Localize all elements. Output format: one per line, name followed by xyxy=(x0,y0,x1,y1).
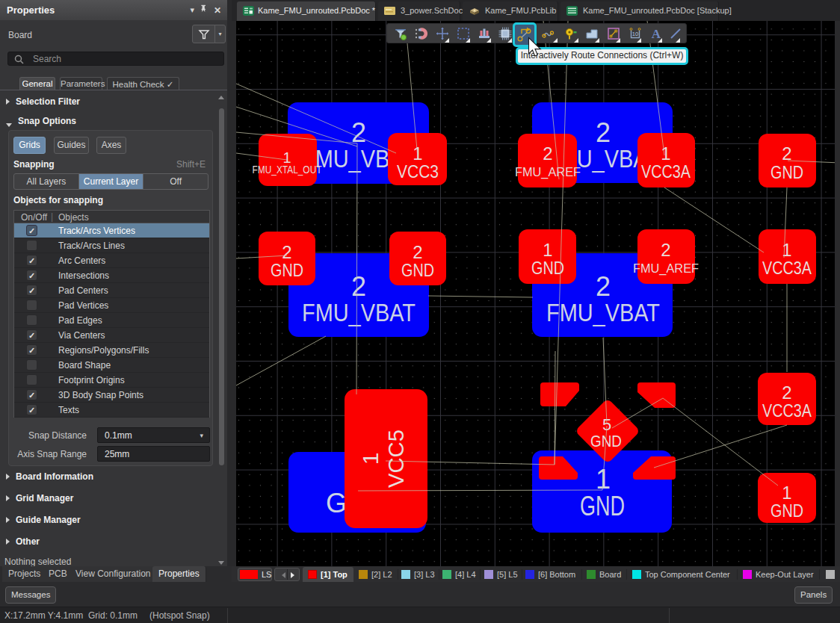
svg-text:1: 1 xyxy=(358,453,383,465)
svg-text:FMU_AREF: FMU_AREF xyxy=(633,261,699,276)
svg-text:FMU_VBAT: FMU_VBAT xyxy=(546,298,660,326)
svg-text:GND: GND xyxy=(271,260,303,280)
svg-text:GND: GND xyxy=(580,491,625,521)
svg-text:1: 1 xyxy=(782,483,791,503)
svg-text:2: 2 xyxy=(661,240,670,260)
svg-text:2: 2 xyxy=(413,242,422,262)
svg-text:2: 2 xyxy=(596,271,611,302)
svg-text:GND: GND xyxy=(401,260,434,280)
svg-text:VCC3: VCC3 xyxy=(397,161,439,182)
svg-text:2: 2 xyxy=(543,143,552,164)
svg-text:10: 10 xyxy=(632,31,638,37)
svg-text:VCC3A: VCC3A xyxy=(641,161,691,182)
svg-text:2: 2 xyxy=(351,271,366,302)
svg-text:FMU_AREF: FMU_AREF xyxy=(515,165,581,179)
svg-text:2: 2 xyxy=(282,242,291,262)
svg-text:GND: GND xyxy=(770,500,803,521)
svg-text:1: 1 xyxy=(661,143,670,164)
svg-text:VCC5: VCC5 xyxy=(383,430,408,488)
svg-text:FMU_XTAL_OUT: FMU_XTAL_OUT xyxy=(253,164,322,176)
svg-text:1: 1 xyxy=(413,143,422,164)
svg-text:2: 2 xyxy=(782,382,791,403)
svg-text:1: 1 xyxy=(543,240,552,260)
svg-text:GND: GND xyxy=(770,162,803,182)
svg-text:GND: GND xyxy=(531,258,564,278)
svg-text:FMU_VBAT: FMU_VBAT xyxy=(302,298,416,326)
svg-text:VCC3A: VCC3A xyxy=(762,400,812,421)
svg-text:1: 1 xyxy=(782,240,791,260)
svg-text:VCC3A: VCC3A xyxy=(762,258,812,278)
svg-text:2: 2 xyxy=(596,117,611,148)
